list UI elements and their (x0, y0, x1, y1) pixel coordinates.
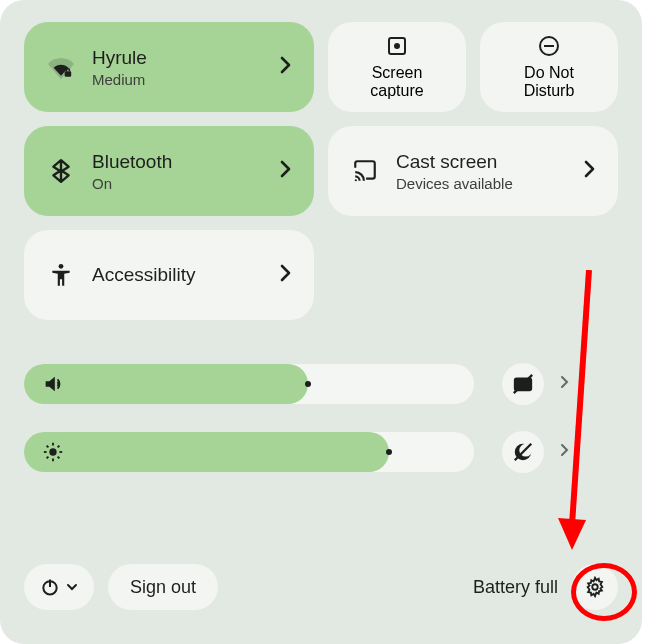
footer: Sign out Battery full (24, 564, 618, 610)
dnd-tile[interactable]: Do NotDisturb (480, 22, 618, 112)
dnd-icon (537, 34, 561, 58)
bluetooth-tile[interactable]: Bluetooth On (24, 126, 314, 216)
wifi-tile[interactable]: Hyrule Medium (24, 22, 314, 112)
wifi-title: Hyrule (92, 47, 147, 69)
bluetooth-title: Bluetooth (92, 151, 172, 173)
brightness-icon (42, 441, 64, 463)
wifi-icon (48, 54, 74, 80)
chevron-right-icon (280, 264, 292, 287)
chevron-right-icon (280, 56, 292, 79)
quick-settings-panel: Hyrule Medium Screencapture Do NotDistur… (0, 0, 642, 644)
dnd-label: Do NotDisturb (524, 64, 575, 101)
sign-out-button[interactable]: Sign out (108, 564, 218, 610)
svg-line-16 (47, 457, 49, 459)
cast-tile[interactable]: Cast screen Devices available (328, 126, 618, 216)
chevron-right-icon (280, 160, 292, 183)
volume-slider[interactable] (24, 364, 474, 404)
accessibility-title: Accessibility (92, 264, 195, 286)
chevron-right-icon[interactable] (560, 375, 570, 393)
sliders-section (24, 364, 618, 472)
cast-icon (352, 158, 378, 184)
svg-point-2 (394, 43, 400, 49)
nightlight-toggle[interactable] (502, 431, 544, 473)
sign-out-label: Sign out (130, 577, 196, 598)
bluetooth-sub: On (92, 175, 172, 192)
captions-toggle[interactable] (502, 363, 544, 405)
screen-capture-icon (385, 34, 409, 58)
accessibility-tile[interactable]: Accessibility (24, 230, 314, 320)
svg-line-14 (47, 446, 49, 448)
screen-capture-tile[interactable]: Screencapture (328, 22, 466, 112)
volume-row (24, 364, 618, 404)
svg-line-15 (58, 457, 60, 459)
chevron-down-icon (66, 581, 78, 593)
wifi-sub: Medium (92, 71, 147, 88)
row-3: Accessibility (24, 230, 618, 320)
cast-sub: Devices available (396, 175, 513, 192)
bluetooth-icon (48, 158, 74, 184)
chevron-right-icon (584, 160, 596, 183)
power-menu-button[interactable] (24, 564, 94, 610)
svg-rect-0 (65, 71, 72, 76)
settings-button[interactable] (572, 564, 618, 610)
screen-capture-label: Screencapture (370, 64, 423, 101)
gear-icon (584, 576, 606, 598)
svg-line-17 (58, 446, 60, 448)
cast-title: Cast screen (396, 151, 513, 173)
svg-marker-25 (558, 518, 586, 550)
power-icon (40, 577, 60, 597)
svg-point-6 (59, 264, 64, 269)
brightness-row (24, 432, 618, 472)
svg-point-5 (355, 179, 357, 181)
svg-point-23 (592, 584, 598, 590)
battery-status: Battery full (473, 577, 558, 598)
accessibility-icon (48, 262, 74, 288)
svg-point-9 (49, 448, 56, 455)
row-1: Hyrule Medium Screencapture Do NotDistur… (24, 22, 618, 112)
row-2: Bluetooth On Cast screen Devices availab… (24, 126, 618, 216)
brightness-slider[interactable] (24, 432, 474, 472)
volume-icon (42, 373, 64, 395)
chevron-right-icon[interactable] (560, 443, 570, 461)
